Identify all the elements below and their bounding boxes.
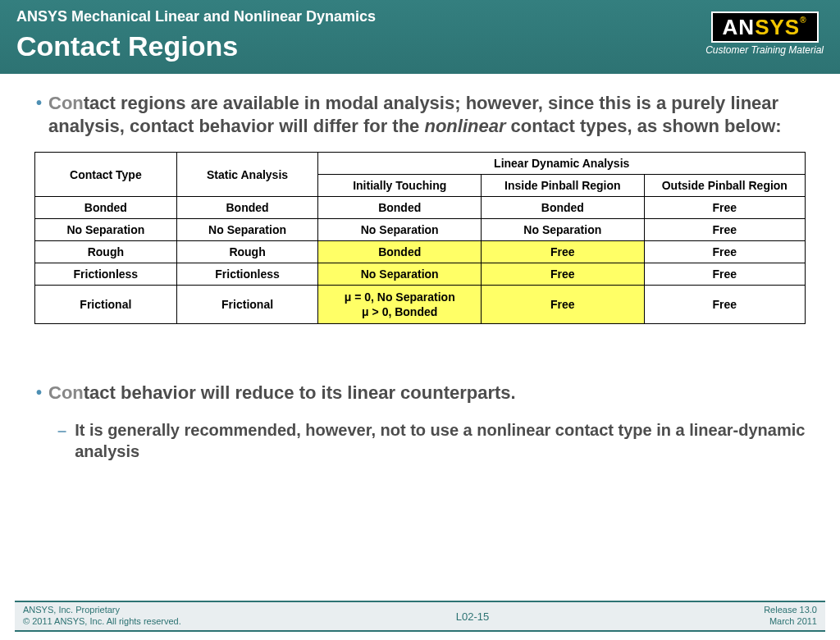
dash-icon: – bbox=[57, 419, 66, 441]
bullet-1: • Contact regions are available in modal… bbox=[33, 92, 807, 137]
table-row: No Separation No Separation No Separatio… bbox=[35, 219, 806, 241]
sub-bullet-1: – It is generally recommended, however, … bbox=[57, 419, 807, 462]
logo-part-sys: SYS bbox=[755, 15, 800, 39]
th-linear-dynamic-group: Linear Dynamic Analysis bbox=[318, 153, 806, 175]
slide-content: • Contact regions are available in modal… bbox=[0, 74, 840, 470]
footer-right: Release 13.0 March 2011 bbox=[764, 605, 817, 628]
th-outside-pinball: Outside Pinball Region bbox=[644, 175, 805, 197]
footer-bar: ANSYS, Inc. Proprietary © 2011 ANSYS, In… bbox=[15, 601, 825, 632]
logo-tagline: Customer Training Material bbox=[705, 44, 824, 56]
table-row: Frictional Frictional μ = 0, No Separati… bbox=[35, 286, 806, 324]
slide-number: L02-15 bbox=[456, 610, 489, 623]
logo-registered: ® bbox=[800, 16, 806, 25]
bullet-2: • Contact behavior will reduce to its li… bbox=[33, 382, 807, 405]
logo-block: ANSYS® Customer Training Material bbox=[705, 11, 824, 56]
slide-title: Contact Regions bbox=[16, 30, 824, 62]
table-row: Rough Rough Bonded Free Free bbox=[35, 241, 806, 263]
table-row: Frictionless Frictionless No Separation … bbox=[35, 263, 806, 286]
contact-type-table: Contact Type Static Analysis Linear Dyna… bbox=[34, 152, 806, 324]
course-subtitle: ANSYS Mechanical Linear and Nonlinear Dy… bbox=[16, 8, 824, 25]
table-row: Bonded Bonded Bonded Bonded Free bbox=[35, 197, 806, 219]
footer-left: ANSYS, Inc. Proprietary © 2011 ANSYS, In… bbox=[23, 605, 181, 628]
table-body: Bonded Bonded Bonded Bonded Free No Sepa… bbox=[35, 197, 806, 324]
bullet-dot-icon: • bbox=[36, 382, 42, 403]
bullet-dot-icon: • bbox=[36, 92, 42, 113]
bullet-2-text: Contact behavior will reduce to its line… bbox=[48, 382, 516, 405]
th-static-analysis: Static Analysis bbox=[176, 153, 318, 197]
bullet-1-text: Contact regions are available in modal a… bbox=[48, 92, 807, 137]
th-inside-pinball: Inside Pinball Region bbox=[482, 175, 645, 197]
sub-bullet-1-text: It is generally recommended, however, no… bbox=[75, 419, 807, 462]
slide-header: ANSYS Mechanical Linear and Nonlinear Dy… bbox=[0, 0, 840, 74]
th-contact-type: Contact Type bbox=[35, 153, 177, 197]
frictional-touching-cell: μ = 0, No Separation μ > 0, Bonded bbox=[318, 286, 482, 324]
logo-part-an: AN bbox=[723, 15, 756, 39]
ansys-logo: ANSYS® bbox=[711, 11, 819, 43]
slide-footer: ANSYS, Inc. Proprietary © 2011 ANSYS, In… bbox=[0, 601, 840, 632]
th-initially-touching: Initially Touching bbox=[318, 175, 482, 197]
